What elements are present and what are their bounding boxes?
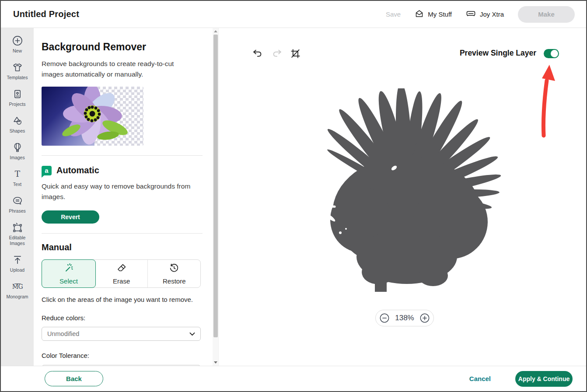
- chevron-down-icon: [189, 330, 195, 337]
- sidebar-item-label: Editable Images: [4, 235, 31, 246]
- sidebar-item-text[interactable]: T Text: [1, 168, 34, 187]
- card-heart-icon: [12, 88, 23, 100]
- manual-mode-tabs: Select Erase Restore: [42, 259, 201, 288]
- sidebar-item-label: Monogram: [6, 294, 28, 300]
- panel-title: Background Remover: [42, 41, 203, 53]
- monogram-mg-icon: MG: [11, 281, 24, 292]
- automatic-badge-icon: a: [42, 166, 52, 175]
- background-remover-panel: Background Remover Remove backgrounds to…: [34, 28, 213, 366]
- sidebar-item-label: Upload: [10, 267, 24, 273]
- tab-select-label: Select: [59, 277, 78, 285]
- plus-circle-icon: [12, 35, 23, 46]
- triangle-circle-icon: [12, 115, 23, 126]
- my-stuff-label: My Stuff: [428, 10, 452, 18]
- tab-erase-label: Erase: [113, 277, 130, 285]
- zoom-out-button[interactable]: [380, 313, 389, 323]
- automatic-description: Quick and easy way to remove backgrounds…: [42, 181, 199, 202]
- sidebar-item-label: Phrases: [9, 208, 26, 214]
- tab-select[interactable]: Select: [42, 259, 96, 288]
- redo-icon: [272, 48, 283, 61]
- reduce-colors-value: Unmodified: [47, 330, 79, 337]
- project-title[interactable]: Untitled Project: [13, 9, 79, 19]
- sidebar-item-upload[interactable]: Upload: [1, 254, 34, 273]
- eraser-icon: [116, 263, 127, 275]
- hot-air-balloon-icon: [12, 142, 23, 153]
- section-divider: [42, 233, 203, 234]
- inbox-icon: [415, 9, 424, 20]
- machine-selector[interactable]: Joy Xtra: [466, 9, 504, 20]
- svg-text:T: T: [14, 169, 20, 178]
- transform-box-icon: [12, 222, 23, 233]
- manual-title: Manual: [42, 242, 203, 252]
- save-button[interactable]: Save: [386, 10, 401, 18]
- sidebar-item-label: Projects: [9, 102, 26, 107]
- sidebar-item-templates[interactable]: Templates: [1, 62, 34, 80]
- tab-erase[interactable]: Erase: [95, 260, 148, 287]
- cutting-machine-icon: [466, 9, 476, 20]
- top-bar: Untitled Project Save My Stuff Joy Xtra …: [1, 1, 586, 28]
- reduce-colors-select[interactable]: Unmodified: [42, 327, 201, 341]
- sidebar-item-label: Shapes: [10, 128, 25, 134]
- before-after-preview-image: [42, 87, 143, 146]
- panel-scrollbar[interactable]: [213, 28, 218, 366]
- sidebar-item-label: New: [13, 48, 22, 54]
- cancel-button[interactable]: Cancel: [469, 375, 491, 382]
- zoom-level-value: 138%: [395, 314, 414, 322]
- color-tolerance-label: Color Tolerance:: [42, 352, 203, 359]
- back-button[interactable]: Back: [45, 371, 103, 386]
- toggle-knob: [551, 50, 558, 57]
- upload-arrow-icon: [12, 254, 23, 266]
- tshirt-icon: [12, 62, 23, 73]
- top-bar-actions: Save My Stuff Joy Xtra Make: [386, 6, 575, 23]
- preview-single-layer-toggle[interactable]: [544, 49, 559, 58]
- make-button[interactable]: Make: [518, 6, 575, 23]
- sidebar-item-projects[interactable]: Projects: [1, 88, 34, 107]
- magic-wand-icon: [63, 263, 74, 275]
- section-divider: [42, 155, 203, 156]
- sidebar-item-shapes[interactable]: Shapes: [1, 115, 34, 134]
- my-stuff-button[interactable]: My Stuff: [415, 9, 452, 20]
- sidebar-item-label: Templates: [7, 75, 28, 80]
- manual-hint-text: Click on the areas of the image you want…: [42, 296, 203, 303]
- undo-icon[interactable]: [252, 48, 263, 61]
- crop-icon[interactable]: [290, 48, 301, 61]
- panel-description: Remove backgrounds to create ready-to-cu…: [42, 59, 192, 80]
- flower-preview-graphic: [42, 87, 143, 146]
- scroll-down-arrow-icon[interactable]: [213, 360, 218, 365]
- scroll-up-arrow-icon[interactable]: [213, 28, 218, 34]
- app-window: Untitled Project Save My Stuff Joy Xtra …: [0, 0, 587, 392]
- speech-bubble-icon: [12, 195, 23, 206]
- sidebar-item-new[interactable]: New: [1, 35, 34, 54]
- scrollbar-thumb[interactable]: [213, 35, 218, 337]
- revert-button[interactable]: Revert: [42, 210, 99, 224]
- sidebar-item-phrases[interactable]: Phrases: [1, 195, 34, 214]
- preview-single-layer-label: Preview Single Layer: [460, 49, 536, 58]
- bottom-action-bar: Back Cancel Apply & Continue: [1, 366, 586, 391]
- left-nav-rail: New Templates Projects Shapes Images T T…: [1, 28, 34, 366]
- apply-continue-button[interactable]: Apply & Continue: [515, 371, 573, 387]
- sidebar-item-images[interactable]: Images: [1, 142, 34, 161]
- sidebar-item-monogram[interactable]: MG Monogram: [1, 281, 34, 300]
- reduce-colors-label: Reduce colors:: [42, 314, 203, 322]
- zoom-in-button[interactable]: [420, 313, 430, 323]
- sidebar-item-editable-images[interactable]: Editable Images: [1, 222, 34, 246]
- canvas-area: Preview Single Layer: [218, 28, 586, 366]
- sidebar-item-label: Images: [10, 155, 24, 161]
- automatic-title: Automatic: [56, 165, 99, 175]
- tab-restore-label: Restore: [163, 277, 186, 285]
- machine-label: Joy Xtra: [480, 10, 504, 18]
- automatic-section-header: a Automatic: [42, 165, 203, 175]
- tab-restore[interactable]: Restore: [148, 260, 200, 287]
- zoom-control: 138%: [375, 310, 434, 326]
- sidebar-item-label: Text: [13, 182, 21, 187]
- flower-silhouette-image[interactable]: [289, 88, 512, 298]
- history-restore-icon: [169, 263, 179, 275]
- letter-t-icon: T: [12, 168, 23, 180]
